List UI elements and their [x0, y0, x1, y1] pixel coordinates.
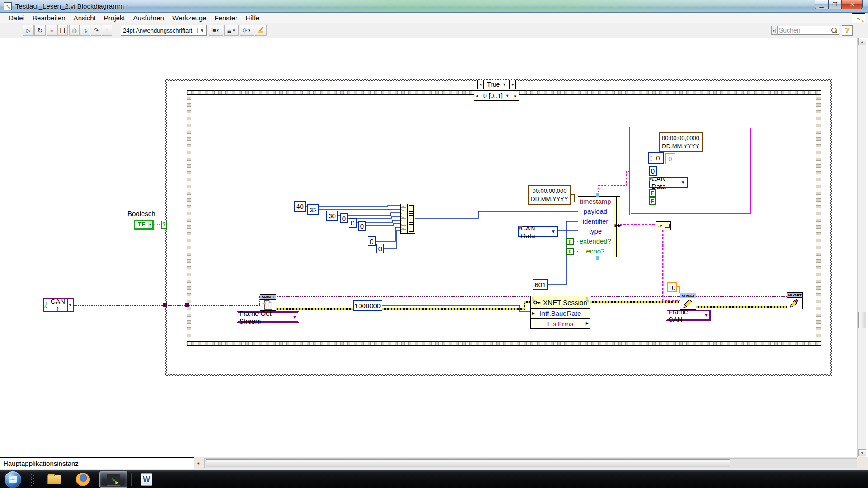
bundle-by-name-node[interactable]: timestamp payload identifier type extend…: [578, 196, 620, 257]
step-out-button[interactable]: ↑: [102, 25, 112, 36]
align-objects-button[interactable]: ≡▼: [209, 25, 223, 36]
taskbar-firefox[interactable]: [70, 471, 95, 488]
pause-button[interactable]: ❙❙: [57, 25, 68, 36]
property-row-listfrms[interactable]: ListFrms▶: [531, 319, 590, 328]
xnet-session-property-node[interactable]: ▯?! XNET Session ▯?! ▶Intf.BaudRate List…: [530, 296, 590, 329]
frame-out-stream-ring[interactable]: Frame Out Stream▼: [237, 311, 299, 323]
menu-datei[interactable]: Datei: [5, 13, 28, 23]
menu-ausfuehren[interactable]: Ausführen: [129, 13, 168, 23]
sequence-prev-button[interactable]: ◂: [474, 91, 480, 101]
case-next-button[interactable]: ▸: [509, 80, 516, 89]
property-row-baudrate[interactable]: ▶Intf.BaudRate: [531, 309, 590, 319]
selection-handle-bottom: [596, 256, 599, 260]
taskbar-grip[interactable]: [31, 473, 34, 486]
title-bar[interactable]: ∿ Testlauf_Lesen_2.vi Blockdiagramm * ▁ …: [0, 0, 868, 13]
search-history-button[interactable]: ▸|: [771, 26, 778, 35]
pencil-eraser-icon: [790, 298, 800, 308]
minimize-button[interactable]: ▁: [815, 0, 828, 9]
highlight-execution-button[interactable]: ◍: [69, 25, 80, 36]
numeric-constant-0b[interactable]: 0: [349, 218, 357, 228]
context-collapse-icon[interactable]: ◂: [197, 460, 199, 465]
menu-projekt[interactable]: Projekt: [100, 13, 129, 23]
step-into-button[interactable]: ↴: [80, 25, 90, 36]
cluster-constant[interactable]: 00:00:00,0000 DD.MM.YYYY ▲▼ 0 0 0 CAN Da…: [629, 127, 752, 215]
case-selector-label: ◂ True▼ ▸: [477, 80, 516, 89]
cluster-numeric-disabled[interactable]: 0: [665, 153, 675, 164]
chevron-down-icon[interactable]: ▼: [67, 299, 73, 311]
numeric-constant-0c[interactable]: 0: [358, 221, 366, 231]
cluster-timestamp-constant[interactable]: 00:00:00,0000 DD.MM.YYYY: [659, 132, 703, 152]
cluster-numeric-spinner[interactable]: ▲▼ 0: [648, 152, 664, 164]
can-interface-constant[interactable]: I⁄o CAN 1 ▼: [43, 298, 74, 312]
context-help-button[interactable]: ?: [842, 25, 853, 36]
menu-ansicht[interactable]: Ansicht: [70, 13, 100, 23]
vertical-scroll-thumb[interactable]: [858, 312, 866, 328]
numeric-constant-40[interactable]: 40: [294, 201, 306, 212]
horizontal-scroll-thumb[interactable]: [206, 459, 730, 467]
case-prev-button[interactable]: ◂: [477, 80, 484, 89]
case-selector-terminal[interactable]: ?: [161, 221, 167, 229]
taskbar: ∿ W ! ψ ! DE --- ▲ ⚑ 09:53 16.09.2013: [0, 470, 868, 488]
timeout-constant[interactable]: 10: [667, 282, 677, 292]
vi-connector-pane-icon[interactable]: ∿➤: [852, 13, 865, 24]
numeric-constant-0d[interactable]: 0: [368, 236, 376, 246]
close-button[interactable]: ✕: [842, 0, 863, 9]
cluster-false-constant-1[interactable]: F: [649, 189, 656, 197]
firefox-icon: [76, 473, 90, 486]
run-button[interactable]: ▷: [23, 25, 34, 36]
application-instance-selector[interactable]: Hauptapplikationsinstanz: [0, 457, 194, 469]
error-in-icon: ▯?!: [532, 297, 535, 303]
selection-handle-top: [596, 193, 599, 197]
build-array-single-node[interactable]: ▫‥▸·: [656, 221, 671, 230]
search-input[interactable]: Suchen: [778, 26, 839, 35]
abort-button[interactable]: ●: [47, 25, 57, 36]
numeric-constant-0e[interactable]: 0: [376, 244, 384, 253]
timestamp-constant[interactable]: 00:00:00,000 DD.MM.YYYY: [528, 185, 571, 205]
identifier-constant[interactable]: 601: [533, 279, 548, 290]
labview-icon: ∿: [107, 474, 120, 486]
io-glyph-icon: I⁄o: [44, 302, 48, 308]
xnet-clear-node[interactable]: NI-XNET: [787, 292, 803, 309]
scroll-up-button[interactable]: ▲: [858, 38, 866, 45]
vertical-scrollbar[interactable]: ▲ ▼: [857, 38, 866, 457]
sequence-label[interactable]: 0 [0..1]: [483, 92, 503, 99]
resize-objects-button[interactable]: ⟳▼: [240, 25, 254, 36]
xnet-write-node[interactable]: NI-XNET: [680, 293, 696, 310]
menu-werkzeuge[interactable]: Werkzeuge: [168, 13, 211, 23]
menu-hilfe[interactable]: Hilfe: [241, 13, 263, 23]
start-button[interactable]: [5, 471, 21, 488]
false-constant-echo[interactable]: F: [566, 248, 574, 255]
taskbar-explorer[interactable]: [42, 471, 67, 488]
sequence-next-button[interactable]: ▸: [513, 91, 519, 101]
restore-button[interactable]: ❐: [828, 0, 842, 9]
horizontal-scrollbar[interactable]: [204, 458, 857, 468]
can-data-ring[interactable]: CAN Data▼: [518, 226, 558, 237]
numeric-constant-0a[interactable]: 0: [340, 213, 348, 223]
case-label[interactable]: True: [487, 81, 500, 88]
boolean-terminal[interactable]: TF ▸: [134, 220, 154, 230]
cluster-can-data-ring[interactable]: CAN Data▼: [649, 177, 688, 188]
frame-can-ring[interactable]: Frame CAN▼: [666, 310, 711, 321]
word-icon: W: [141, 473, 152, 486]
numeric-constant-30[interactable]: 30: [326, 211, 338, 221]
scroll-down-button[interactable]: ▼: [858, 449, 866, 456]
taskbar-labview-active[interactable]: ∿: [99, 471, 127, 488]
false-constant-extended[interactable]: F: [566, 238, 574, 245]
windows-logo-icon: [9, 476, 17, 483]
desktop: ∿ Testlauf_Lesen_2.vi Blockdiagramm * ▁ …: [0, 0, 868, 488]
cleanup-diagram-button[interactable]: [255, 25, 267, 36]
cluster-false-constant-2[interactable]: F: [649, 197, 656, 205]
font-selector[interactable]: 24pt Anwendungsschriftart▼: [121, 25, 207, 36]
baud-rate-constant[interactable]: 1000000: [353, 300, 382, 311]
run-continuously-button[interactable]: ↻: [34, 25, 46, 36]
distribute-objects-button[interactable]: ≣▼: [224, 25, 239, 36]
menu-fenster[interactable]: Fenster: [211, 13, 242, 23]
numeric-constant-32[interactable]: 32: [307, 204, 319, 215]
build-array-node[interactable]: ▫‥▫‥▫‥▫‥▫‥▫‥▫‥▫‥: [400, 204, 415, 234]
step-over-button[interactable]: ↷: [91, 25, 101, 36]
xnet-create-session-node[interactable]: NI-XNET ✦: [260, 294, 276, 311]
sequence-frame-label: ◂ 0 [0..1]▼ ▸: [474, 91, 519, 101]
labview-app-icon: ∿: [4, 2, 12, 10]
menu-bearbeiten[interactable]: Bearbeiten: [28, 13, 70, 23]
taskbar-word[interactable]: W: [134, 471, 159, 488]
